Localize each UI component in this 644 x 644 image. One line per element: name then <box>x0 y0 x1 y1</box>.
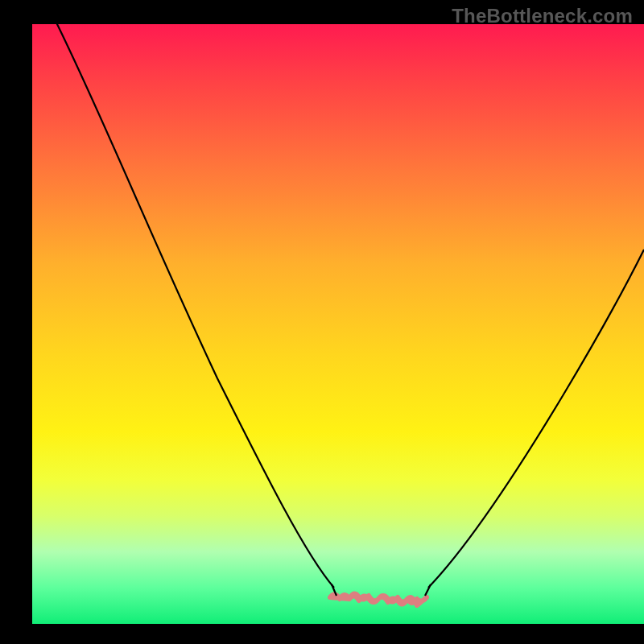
trough-band <box>330 593 427 605</box>
chart-area <box>32 0 644 628</box>
chart-svg <box>32 0 644 628</box>
watermark: TheBottleneck.com <box>452 5 633 27</box>
curve-right-stub <box>425 584 431 596</box>
curve-left <box>56 23 334 588</box>
curve-right <box>428 250 644 588</box>
